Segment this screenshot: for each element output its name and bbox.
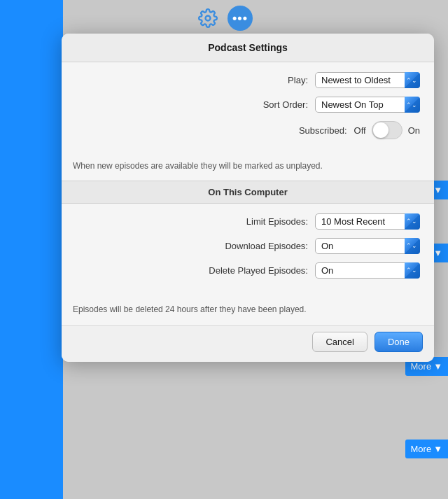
cancel-button[interactable]: Cancel: [312, 332, 367, 352]
subscribed-on-label: On: [408, 125, 420, 136]
chevron-icon-3: ▼: [433, 361, 442, 372]
play-select-wrapper[interactable]: Newest to Oldest Oldest to Newest: [315, 72, 420, 88]
subscribed-toggle[interactable]: [372, 121, 402, 139]
limit-label: Limit Episodes:: [217, 216, 308, 227]
delete-label: Delete Played Episodes:: [209, 265, 308, 276]
on-this-computer-section: Limit Episodes: 10 Most Recent All Episo…: [62, 204, 434, 297]
download-episodes-row: Download Episodes: On Off: [76, 238, 420, 254]
on-this-computer-header: On This Computer: [62, 181, 434, 204]
limit-select[interactable]: 10 Most Recent All Episodes 1 Most Recen…: [315, 213, 420, 230]
chevron-icon-4: ▼: [433, 444, 442, 454]
play-select[interactable]: Newest to Oldest Oldest to Newest: [315, 72, 420, 88]
download-select-wrapper[interactable]: On Off: [315, 238, 420, 254]
bottom-note: Episodes will be deleted 24 hours after …: [62, 297, 434, 325]
podcast-settings-dialog: Podcast Settings Play: Newest to Oldest …: [62, 34, 434, 362]
button-row: Cancel Done: [62, 325, 434, 362]
top-icon-bar: •••: [195, 6, 253, 31]
download-select[interactable]: On Off: [315, 238, 420, 254]
sidebar-item-3-label: More: [411, 361, 432, 372]
toggle-knob: [373, 122, 388, 138]
subscribed-toggle-group: Off On: [354, 121, 420, 139]
chevron-icon-2: ▼: [433, 248, 442, 258]
svg-point-0: [206, 16, 211, 21]
download-label: Download Episodes:: [217, 241, 308, 251]
sort-label: Sort Order:: [217, 99, 308, 110]
more-dots: •••: [232, 11, 248, 26]
play-label: Play:: [217, 75, 308, 85]
sidebar-bg: [0, 0, 63, 499]
done-button[interactable]: Done: [374, 332, 423, 352]
sidebar-item-4-label: More: [411, 444, 432, 454]
chevron-icon-1: ▼: [433, 185, 442, 195]
sort-order-row: Sort Order: Newest On Top Oldest On Top: [76, 97, 420, 113]
delete-select-wrapper[interactable]: On Off After 24 Hours: [315, 262, 420, 279]
delete-episodes-row: Delete Played Episodes: On Off After 24 …: [76, 262, 420, 279]
dialog-title: Podcast Settings: [62, 34, 434, 62]
settings-section: Play: Newest to Oldest Oldest to Newest …: [62, 62, 434, 157]
subscribed-label: Subscribed:: [256, 125, 347, 136]
sort-select-wrapper[interactable]: Newest On Top Oldest On Top: [315, 97, 420, 113]
subscribed-row: Subscribed: Off On: [76, 121, 420, 139]
note-text-1: When new episodes are available they wil…: [62, 157, 434, 181]
play-row: Play: Newest to Oldest Oldest to Newest: [76, 72, 420, 88]
limit-episodes-row: Limit Episodes: 10 Most Recent All Episo…: [76, 213, 420, 230]
gear-icon[interactable]: [195, 6, 220, 31]
sidebar-item-4[interactable]: More ▼: [405, 440, 449, 458]
subscribed-off-label: Off: [354, 125, 366, 136]
limit-select-wrapper[interactable]: 10 Most Recent All Episodes 1 Most Recen…: [315, 213, 420, 230]
sort-select[interactable]: Newest On Top Oldest On Top: [315, 97, 420, 113]
more-icon[interactable]: •••: [227, 6, 253, 31]
delete-select[interactable]: On Off After 24 Hours: [315, 262, 420, 279]
